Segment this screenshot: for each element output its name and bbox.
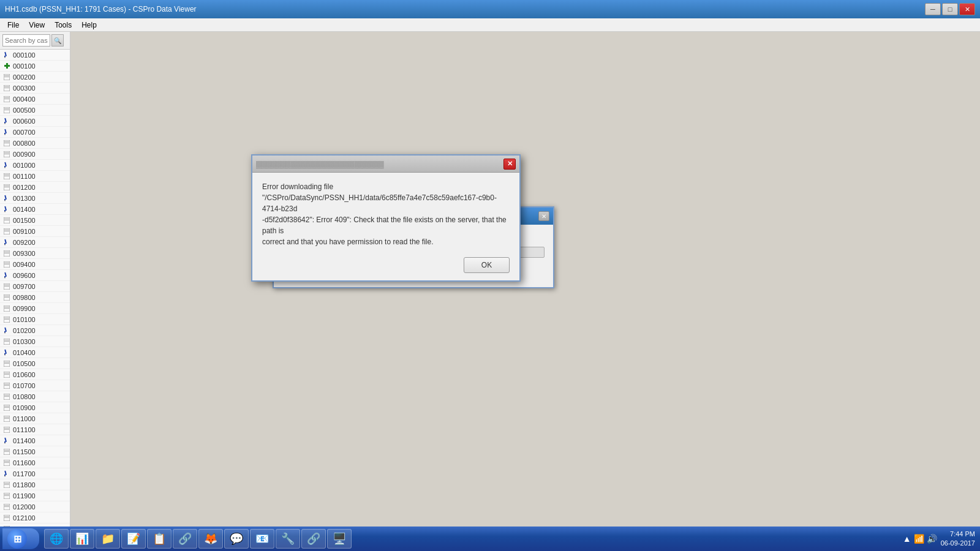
svg-rect-111 <box>4 461 9 462</box>
list-item[interactable]: 011900 <box>0 490 70 501</box>
list-item[interactable]: 001500 <box>0 215 70 226</box>
ok-button[interactable]: OK <box>464 257 510 273</box>
list-item[interactable]: 012000 <box>0 501 70 512</box>
list-item[interactable]: 009100 <box>0 226 70 237</box>
box-icon <box>2 381 11 390</box>
list-item[interactable]: 000500 <box>0 105 70 116</box>
case-id-label: 000800 <box>13 140 36 147</box>
taskbar-outlook[interactable]: 📧 <box>250 529 274 549</box>
list-item[interactable]: 000600 <box>0 116 70 127</box>
svg-rect-64 <box>4 286 9 287</box>
list-item[interactable]: 000100 <box>0 50 70 61</box>
taskbar-firefox[interactable]: 🦊 <box>198 529 223 549</box>
list-item[interactable]: 000200 <box>0 72 70 83</box>
list-item[interactable]: 000300 <box>0 83 70 94</box>
list-item[interactable]: 010800 <box>0 391 70 402</box>
list-item[interactable]: 010500 <box>0 358 70 369</box>
list-item[interactable]: 010600 <box>0 369 70 380</box>
pencil-icon <box>2 51 11 59</box>
clock[interactable]: 7:44 PM 06-09-2017 <box>941 530 975 549</box>
case-id-label: 009600 <box>13 272 36 279</box>
taskbar-ie[interactable]: 🌐 <box>44 529 69 549</box>
svg-rect-41 <box>4 210 6 211</box>
list-item[interactable]: 001100 <box>0 171 70 182</box>
close-button[interactable]: ✕ <box>959 3 975 15</box>
taskbar-excel[interactable]: 📊 <box>70 529 94 549</box>
left-panel: 🔍 00010000010000020000030000040000050000… <box>0 32 70 527</box>
list-item[interactable]: 009700 <box>0 281 70 292</box>
taskbar-cspro1[interactable]: 🔧 <box>276 529 300 549</box>
taskbar-cspro2[interactable]: 🖥️ <box>327 529 352 549</box>
taskbar-link1[interactable]: 🔗 <box>173 529 197 549</box>
list-item[interactable]: 001200 <box>0 182 70 193</box>
list-item[interactable]: 011000 <box>0 413 70 424</box>
svg-rect-49 <box>4 231 9 231</box>
list-item[interactable]: 009800 <box>0 292 70 303</box>
list-item[interactable]: 012100 <box>0 512 70 523</box>
list-item[interactable]: 009200 <box>0 237 70 248</box>
list-item[interactable]: 001300 <box>0 193 70 204</box>
menu-file[interactable]: File <box>2 20 24 31</box>
case-id-label: 012100 <box>13 514 36 522</box>
maximize-button[interactable]: □ <box>942 3 958 15</box>
search-button[interactable]: 🔍 <box>51 34 64 47</box>
list-item[interactable]: 011500 <box>0 446 70 457</box>
box-icon <box>2 260 11 269</box>
list-item[interactable]: 000800 <box>0 138 70 149</box>
taskbar-link2[interactable]: 🔗 <box>301 529 326 549</box>
list-item[interactable]: 010200 <box>0 325 70 336</box>
svg-rect-55 <box>4 253 9 253</box>
taskbar-skype[interactable]: 💬 <box>224 529 249 549</box>
list-item[interactable]: 009900 <box>0 303 70 314</box>
svg-rect-102 <box>4 428 9 429</box>
svg-rect-37 <box>4 187 9 187</box>
list-item[interactable]: 001400 <box>0 204 70 215</box>
tray-arrow[interactable]: ▲ <box>903 534 911 544</box>
list-item[interactable]: 000400 <box>0 94 70 105</box>
case-id-label: 009200 <box>13 239 36 246</box>
box-icon <box>2 73 11 81</box>
case-id-label: 009300 <box>13 250 36 257</box>
svg-rect-113 <box>4 474 6 476</box>
list-item[interactable]: 010100 <box>0 314 70 325</box>
list-item[interactable]: 010400 <box>0 347 70 358</box>
box-icon <box>2 503 11 511</box>
svg-rect-59 <box>4 276 6 277</box>
taskbar-ppt[interactable]: 📋 <box>147 529 172 549</box>
list-item[interactable]: 010300 <box>0 336 70 347</box>
taskbar-programs: 🌐 📊 📁 📝 📋 🔗 🦊 💬 📧 🔧 🔗 🖥️ <box>42 527 354 551</box>
svg-rect-74 <box>4 331 6 332</box>
pencil-icon <box>2 348 11 357</box>
menu-tools[interactable]: Tools <box>50 20 77 31</box>
menu-help[interactable]: Help <box>77 20 102 31</box>
list-item[interactable]: 009300 <box>0 248 70 259</box>
taskbar-files[interactable]: 📁 <box>96 529 120 549</box>
list-item[interactable]: 010700 <box>0 380 70 391</box>
start-button[interactable]: ⊞ <box>2 528 39 549</box>
list-item[interactable]: 011600 <box>0 457 70 468</box>
list-item[interactable]: 011100 <box>0 424 70 435</box>
case-id-label: 009900 <box>13 305 36 312</box>
list-item[interactable]: 009600 <box>0 270 70 281</box>
list-item[interactable]: 000700 <box>0 127 70 138</box>
taskbar-word[interactable]: 📝 <box>121 529 146 549</box>
svg-marker-19 <box>4 123 6 124</box>
menu-view[interactable]: View <box>24 20 50 31</box>
list-item[interactable]: 011800 <box>0 479 70 490</box>
box-icon <box>2 425 11 434</box>
list-item[interactable]: 010900 <box>0 402 70 413</box>
svg-rect-78 <box>4 340 9 340</box>
list-item[interactable]: 001000 <box>0 160 70 171</box>
list-item[interactable]: 011700 <box>0 468 70 479</box>
minimize-button[interactable]: ─ <box>925 3 941 15</box>
list-item[interactable]: 011400 <box>0 435 70 446</box>
tray-volume[interactable]: 🔊 <box>927 534 937 544</box>
list-item[interactable]: 000900 <box>0 149 70 160</box>
list-item[interactable]: 000100 <box>0 61 70 72</box>
sync-close-btn[interactable]: ✕ <box>538 211 549 221</box>
error-dialog-content: Error downloading file "/CSPro/DataSync/… <box>252 173 519 280</box>
search-input[interactable] <box>2 34 50 47</box>
error-close-button[interactable]: ✕ <box>503 159 516 170</box>
list-item[interactable]: 009400 <box>0 259 70 270</box>
case-id-label: 011800 <box>13 481 36 489</box>
